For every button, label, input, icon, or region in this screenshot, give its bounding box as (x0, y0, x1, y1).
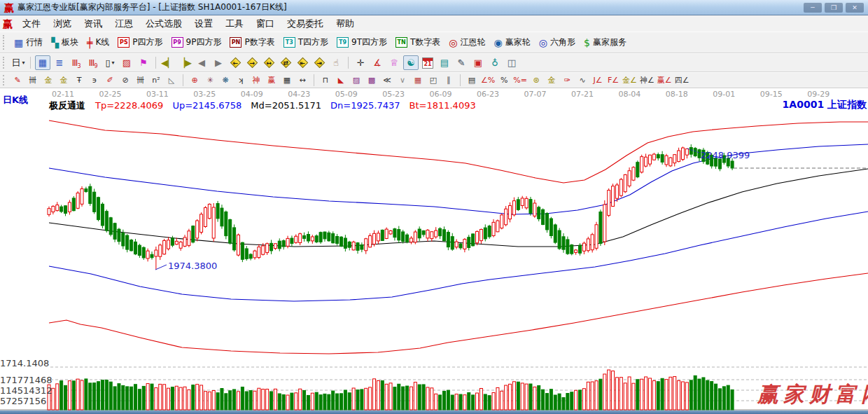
width-measure-button[interactable]: ↔ (295, 74, 309, 87)
ruler-123-button[interactable]: ▦ (280, 74, 294, 87)
first-page-button[interactable]: ◀▏ (160, 55, 176, 70)
f-angle-button[interactable]: F∠ (606, 74, 620, 87)
pattern-mark-button[interactable]: ▨ (119, 55, 134, 70)
minimize-button[interactable]: ─ (804, 3, 822, 13)
toolbar-button-9t-square[interactable]: T99T四方形 (332, 34, 391, 50)
percent-angle-button[interactable]: ∠% (480, 74, 496, 87)
menu-item-formula-stock-pick[interactable]: 公式选股 (139, 16, 188, 32)
period-selector-button[interactable]: 日▾ (10, 55, 26, 70)
close-button[interactable]: ✕ (846, 3, 864, 13)
menu-item-browse[interactable]: 浏览 (47, 16, 78, 32)
next-bar-button[interactable]: ▶ (211, 55, 226, 70)
prev-bar-button[interactable]: ◀ (194, 55, 209, 70)
spiral-button[interactable]: ϶ (88, 74, 102, 87)
candle-style-button[interactable]: ▯▾ (102, 55, 118, 70)
toolbar-button-kline[interactable]: ╪K线 (83, 34, 113, 50)
chart-area[interactable]: 日K线 02-1102-2503-1103-2504-0904-2305-090… (0, 88, 868, 414)
pan-hand-button[interactable]: ☝ (328, 55, 344, 70)
chart-panel-3-button[interactable]: Ⅲ3 (69, 55, 84, 70)
compress-right-button[interactable]: ⇥ (312, 55, 327, 70)
toolbar-button-p-number-table[interactable]: PNP数字表 (225, 34, 279, 50)
calculator-button[interactable]: ▤ (437, 55, 452, 70)
zigzag-button[interactable]: ∨ (396, 74, 410, 87)
ink-brush-button[interactable]: ✑ (560, 74, 574, 87)
toolbar-button-sectors[interactable]: ▚板块 (47, 34, 83, 50)
price-comb-button[interactable]: 卌 (134, 74, 148, 87)
ray-lines-button[interactable]: ≪ (380, 74, 394, 87)
compress-left-button[interactable]: ⇤ (295, 55, 310, 70)
menu-item-settings[interactable]: 设置 (188, 16, 219, 32)
marker-pen-button[interactable]: ✐ (103, 74, 117, 87)
menu-item-news[interactable]: 资讯 (78, 16, 108, 32)
grid-arrow-button[interactable]: ◰ (426, 74, 440, 87)
fan-box-button[interactable]: ▨ (349, 74, 363, 87)
time-circle-button[interactable]: ⊘ (118, 74, 132, 87)
export-data-button[interactable]: ◫ (504, 55, 519, 70)
notes-button[interactable]: ✎ (454, 55, 469, 70)
toolbar-button-winner-wheel[interactable]: ◉赢家轮 (490, 34, 535, 50)
toolbar-button-t-square[interactable]: T3T四方形 (279, 34, 332, 50)
gold-circle-button[interactable]: ⊛ (529, 74, 543, 87)
grid-red-button[interactable]: ▦ (411, 74, 425, 87)
web-data-button[interactable]: ♁ (487, 55, 503, 70)
toolbar-button-hexagon[interactable]: ◎六角形 (535, 34, 580, 50)
angle-measure-button[interactable]: ∡ (370, 55, 385, 70)
toolbar-button-gann-wheel[interactable]: ◎江恩轮 (444, 34, 489, 50)
chart-panel-9-button[interactable]: Ⅲ9 (85, 55, 101, 70)
spider-web-button[interactable]: ✳ (203, 74, 217, 87)
color-flag-chart-button[interactable]: ⚑ (136, 55, 151, 70)
watchlist-board-button[interactable]: ≣ (52, 55, 67, 70)
si-angle-button[interactable]: 四∠ (674, 74, 690, 87)
menu-item-tools[interactable]: 工具 (219, 16, 250, 32)
save-button[interactable]: ▣ (470, 55, 486, 70)
ying-grid-button[interactable]: 赢 (265, 74, 279, 87)
k-quote-button[interactable]: ʞ (234, 74, 248, 87)
percent-line-button[interactable]: %= (512, 74, 528, 87)
last-page-button[interactable]: ▕▶ (177, 55, 192, 70)
ying-angle-button[interactable]: 赢∠ (657, 74, 673, 87)
gold-grid-1-button[interactable]: 金 (41, 74, 55, 87)
expand-horizontal-button[interactable]: ↔ (261, 55, 276, 70)
web-box-2-button[interactable]: ▩ (365, 74, 379, 87)
gann-comb-button[interactable]: 卌 (26, 74, 40, 87)
f-grid-button[interactable]: Ŧ (72, 74, 86, 87)
menu-item-trade-entrust[interactable]: 交易委托 (281, 16, 330, 32)
window-layout-button[interactable]: ▦ (35, 55, 50, 70)
toolbar-button-t-number-table[interactable]: TNT数字表 (391, 34, 444, 50)
j-angle-button[interactable]: J∠ (591, 74, 605, 87)
menu-item-help[interactable]: 帮助 (330, 16, 360, 32)
gold-line-button[interactable]: 金 (545, 74, 559, 87)
menu-item-gann[interactable]: 江恩 (108, 16, 139, 32)
angle-ruler-button[interactable]: ◺ (164, 74, 178, 87)
candlestick-chart[interactable] (0, 88, 868, 414)
parallel-lines-button[interactable]: ∥ (442, 74, 456, 87)
gold-angle-button[interactable]: 金∠ (622, 74, 638, 87)
crown-tool-button[interactable]: ♕ (386, 55, 402, 70)
toolbar-button-winner-service[interactable]: $赢家服务 (580, 34, 631, 50)
draw-pen-button[interactable]: ✎ (10, 74, 24, 87)
smart-analysis-button[interactable]: ☯ (403, 55, 419, 70)
shift-left-button[interactable]: ← (227, 55, 243, 70)
shen-grid-button[interactable]: 神 (249, 74, 263, 87)
swap-view-button[interactable]: ⇄ (278, 55, 293, 70)
shift-right-button[interactable]: → (244, 55, 260, 70)
percent-button[interactable]: % (497, 74, 511, 87)
frame-tool-button[interactable]: ⊓ (318, 74, 332, 87)
maximize-button[interactable]: ❒ (825, 3, 843, 13)
circle-cross-button[interactable]: ⊕ (188, 74, 202, 87)
n-square-button[interactable]: n² (149, 74, 163, 87)
gold-grid-2-button[interactable]: 金 (57, 74, 71, 87)
toolbar-button-9p-square[interactable]: P99P四方形 (167, 34, 226, 50)
wave-tool-button[interactable]: ∿ (575, 74, 589, 87)
gann-box-button[interactable]: ▤ (465, 74, 479, 87)
toolbar-button-p-square[interactable]: PSP四方形 (113, 34, 167, 50)
fan-lines-button[interactable]: ◣ (334, 74, 348, 87)
menu-item-file[interactable]: 文件 (16, 16, 47, 32)
toolbar-button-quotes[interactable]: ▦行情 (10, 34, 47, 50)
9p-square-icon: P9 (172, 37, 183, 48)
menu-item-window[interactable]: 窗口 (250, 16, 281, 32)
calendar-button[interactable]: 21 (420, 55, 435, 70)
web-box-button[interactable]: ❋ (218, 74, 232, 87)
shen-angle-button[interactable]: 神∠ (639, 74, 655, 87)
crosshair-button[interactable]: ✛ (353, 55, 368, 70)
